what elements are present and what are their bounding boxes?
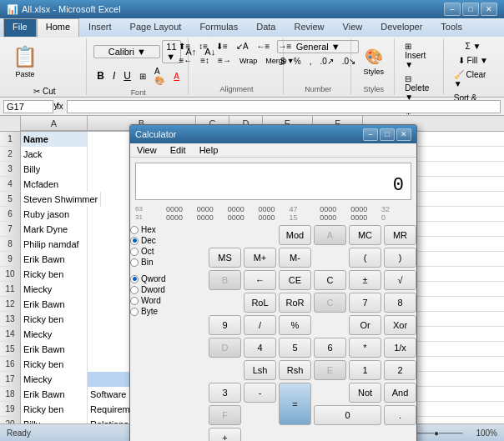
tab-developer[interactable]: Developer bbox=[371, 18, 431, 37]
row-header-14[interactable]: 14 bbox=[0, 327, 21, 342]
dword-radio-dot[interactable] bbox=[130, 286, 139, 294]
cell-a8[interactable]: Philip namdaf bbox=[21, 237, 88, 252]
row-header-11[interactable]: 11 bbox=[0, 282, 21, 297]
radio-bin[interactable]: Bin bbox=[130, 258, 205, 267]
cell-a18[interactable]: Erik Bawn bbox=[21, 387, 88, 402]
radio-word[interactable]: Word bbox=[130, 296, 205, 305]
radio-oct[interactable]: Oct bbox=[130, 247, 205, 256]
row-header-19[interactable]: 19 bbox=[0, 402, 21, 417]
row-header-3[interactable]: 3 bbox=[0, 162, 21, 177]
tab-review[interactable]: Review bbox=[285, 18, 333, 37]
key-sqrt[interactable]: √ bbox=[384, 270, 416, 290]
calc-close-button[interactable]: ✕ bbox=[396, 128, 411, 141]
fill-button[interactable]: ⬇ Fill ▼ bbox=[451, 54, 496, 67]
radio-hex[interactable]: Hex bbox=[130, 225, 205, 234]
key-mc[interactable]: MC bbox=[349, 225, 381, 245]
fill-color-button[interactable]: A🎨 bbox=[151, 65, 169, 87]
number-format-select[interactable]: General ▼ bbox=[277, 40, 359, 53]
row-header-9[interactable]: 9 bbox=[0, 252, 21, 267]
row-header-17[interactable]: 17 bbox=[0, 372, 21, 387]
close-button[interactable]: ✕ bbox=[481, 3, 497, 16]
key-multiply[interactable]: * bbox=[349, 338, 381, 358]
text-direction-button[interactable]: ↙A bbox=[233, 40, 252, 53]
cell-a20[interactable]: Billy bbox=[21, 417, 88, 423]
row-header-5[interactable]: 5 bbox=[0, 192, 21, 207]
cell-a3[interactable]: Billy bbox=[21, 162, 88, 177]
radio-qword[interactable]: Qword bbox=[130, 274, 205, 283]
cell-a17[interactable]: Miecky bbox=[21, 372, 88, 387]
cell-a13[interactable]: Ricky ben bbox=[21, 312, 88, 327]
key-minus[interactable]: - bbox=[244, 383, 276, 403]
key-lparen[interactable]: ( bbox=[349, 248, 381, 268]
align-bottom-button[interactable]: ⬇≡ bbox=[213, 40, 231, 53]
key-4[interactable]: 4 bbox=[244, 338, 276, 358]
tab-home[interactable]: Home bbox=[37, 18, 79, 38]
cell-a16[interactable]: Ricky ben bbox=[21, 357, 88, 372]
cut-button[interactable]: ✂ Cut bbox=[8, 85, 81, 98]
tab-view[interactable]: View bbox=[334, 18, 372, 37]
byte-radio-dot[interactable] bbox=[130, 308, 139, 316]
maximize-button[interactable]: □ bbox=[462, 3, 479, 16]
row-header-7[interactable]: 7 bbox=[0, 222, 21, 237]
cell-a5[interactable]: Steven Shwimmer bbox=[21, 192, 101, 207]
key-ce[interactable]: CE bbox=[279, 270, 311, 290]
row-header-16[interactable]: 16 bbox=[0, 357, 21, 372]
key-0[interactable]: 0 bbox=[314, 405, 381, 425]
styles-button[interactable]: 🎨 Styles bbox=[357, 40, 391, 83]
row-header-6[interactable]: 6 bbox=[0, 207, 21, 222]
tab-data[interactable]: Data bbox=[247, 18, 285, 37]
cell-a4[interactable]: Mcfaden bbox=[21, 177, 88, 192]
autosum-button[interactable]: Σ ▼ bbox=[451, 40, 496, 53]
cell-a1[interactable]: Name bbox=[21, 132, 88, 147]
key-xor[interactable]: Xor bbox=[384, 315, 416, 335]
key-plusminus[interactable]: ± bbox=[349, 270, 381, 290]
minimize-button[interactable]: – bbox=[444, 3, 461, 16]
col-header-a[interactable]: A bbox=[21, 116, 88, 131]
key-decimal[interactable]: . bbox=[384, 405, 416, 425]
key-rol[interactable]: RoL bbox=[244, 293, 276, 313]
row-header-18[interactable]: 18 bbox=[0, 387, 21, 402]
bin-radio-dot[interactable] bbox=[130, 258, 139, 267]
key-ror[interactable]: RoR bbox=[279, 293, 311, 313]
key-mod[interactable]: Mod bbox=[279, 225, 311, 245]
cell-a7[interactable]: Mark Dyne bbox=[21, 222, 88, 237]
border-button[interactable]: ⊞ bbox=[136, 70, 149, 83]
cell-a10[interactable]: Ricky ben bbox=[21, 267, 88, 282]
key-5[interactable]: 5 bbox=[279, 338, 311, 358]
key-8[interactable]: 8 bbox=[384, 293, 416, 313]
word-radio-dot[interactable] bbox=[130, 297, 139, 305]
key-3[interactable]: 3 bbox=[209, 383, 241, 403]
key-c[interactable]: C bbox=[314, 270, 346, 290]
comma-button[interactable]: % bbox=[290, 55, 305, 68]
calc-menu-help[interactable]: Help bbox=[196, 144, 222, 156]
align-right-button[interactable]: ≡→ bbox=[214, 54, 234, 67]
font-family-select[interactable]: Calibri ▼ bbox=[93, 45, 160, 58]
row-header-13[interactable]: 13 bbox=[0, 312, 21, 327]
key-e[interactable]: E bbox=[314, 360, 346, 380]
key-mplus[interactable]: M+ bbox=[244, 248, 276, 268]
cell-a2[interactable]: Jack bbox=[21, 147, 88, 162]
key-and[interactable]: And bbox=[384, 383, 416, 403]
key-divide[interactable]: / bbox=[244, 315, 276, 335]
key-2[interactable]: 2 bbox=[384, 360, 416, 380]
font-color-button[interactable]: A bbox=[170, 70, 183, 83]
title-bar-controls[interactable]: – □ ✕ bbox=[444, 3, 497, 16]
key-b[interactable]: B bbox=[209, 270, 241, 290]
key-6[interactable]: 6 bbox=[314, 338, 346, 358]
tab-formulas[interactable]: Formulas bbox=[190, 18, 247, 37]
oct-radio-dot[interactable] bbox=[130, 248, 139, 256]
insert-cells-button[interactable]: ⊞ Insert ▼ bbox=[401, 40, 437, 71]
radio-byte[interactable]: Byte bbox=[130, 307, 205, 316]
percent-button[interactable]: $ bbox=[277, 55, 289, 68]
name-box[interactable] bbox=[3, 100, 53, 113]
cell-a6[interactable]: Ruby jason bbox=[21, 207, 88, 222]
align-top-button[interactable]: ⬆≡ bbox=[175, 40, 194, 53]
key-rparen[interactable]: ) bbox=[384, 248, 416, 268]
cell-a9[interactable]: Erik Bawn bbox=[21, 252, 88, 267]
tab-page-layout[interactable]: Page Layout bbox=[121, 18, 191, 37]
calc-minimize-button[interactable]: – bbox=[363, 128, 378, 141]
hex-radio-dot[interactable] bbox=[130, 226, 139, 234]
row-header-12[interactable]: 12 bbox=[0, 297, 21, 312]
key-1[interactable]: 1 bbox=[349, 360, 381, 380]
row-header-2[interactable]: 2 bbox=[0, 147, 21, 162]
